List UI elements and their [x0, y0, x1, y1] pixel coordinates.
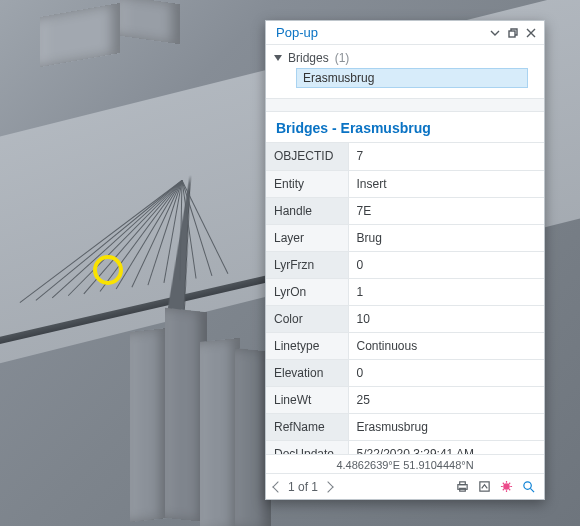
- popup-panel: Pop-up Bridges (1) Erasmusbrug Bridges -…: [265, 20, 545, 500]
- attribute-value: 10: [348, 305, 544, 332]
- building-distant: [40, 3, 120, 67]
- menu-dropdown-icon[interactable]: [488, 26, 502, 40]
- svg-rect-4: [479, 482, 488, 491]
- popup-title: Pop-up: [276, 25, 484, 40]
- attribute-name: DocUpdate: [266, 440, 348, 454]
- tree-feature-item[interactable]: Erasmusbrug: [296, 68, 528, 88]
- attribute-name: LineWt: [266, 386, 348, 413]
- pager: 1 of 1: [274, 480, 332, 494]
- tree-feature-label: Erasmusbrug: [303, 71, 374, 85]
- selection-marker-ring: [93, 255, 123, 285]
- attribute-name: Elevation: [266, 359, 348, 386]
- attribute-name: Layer: [266, 224, 348, 251]
- map-3d-scene[interactable]: Pop-up Bridges (1) Erasmusbrug Bridges -…: [0, 0, 580, 526]
- attribute-value: 25: [348, 386, 544, 413]
- popup-section-title: Bridges - Erasmusbrug: [266, 112, 544, 143]
- building-distant: [120, 0, 180, 44]
- table-row[interactable]: OBJECTID7: [266, 143, 544, 170]
- popup-titlebar[interactable]: Pop-up: [266, 21, 544, 45]
- attribute-name: RefName: [266, 413, 348, 440]
- divider: [266, 98, 544, 112]
- attribute-name: Color: [266, 305, 348, 332]
- attribute-name: Linetype: [266, 332, 348, 359]
- attribute-value: 7: [348, 143, 544, 170]
- flash-feature-icon[interactable]: [498, 479, 514, 495]
- tree-layer-row[interactable]: Bridges (1): [274, 51, 534, 65]
- pager-text: 1 of 1: [288, 480, 318, 494]
- building-foreground: [200, 338, 240, 526]
- attribute-value: 7E: [348, 197, 544, 224]
- attribute-value: 5/22/2020 3:29:41 AM: [348, 440, 544, 454]
- table-row[interactable]: RefNameErasmusbrug: [266, 413, 544, 440]
- attribute-value: Brug: [348, 224, 544, 251]
- attribute-name: Entity: [266, 170, 348, 197]
- svg-rect-2: [459, 482, 465, 485]
- attribute-value: Continuous: [348, 332, 544, 359]
- attribute-value: 0: [348, 359, 544, 386]
- table-row[interactable]: DocUpdate5/22/2020 3:29:41 AM: [266, 440, 544, 454]
- attribute-name: LyrOn: [266, 278, 348, 305]
- table-row[interactable]: LineWt25: [266, 386, 544, 413]
- attribute-value: 1: [348, 278, 544, 305]
- attribute-table: OBJECTID7EntityInsertHandle7ELayerBrugLy…: [266, 143, 544, 454]
- attribute-name: LyrFrzn: [266, 251, 348, 278]
- tree-layer-name: Bridges: [288, 51, 329, 65]
- table-row[interactable]: Color10: [266, 305, 544, 332]
- coordinate-readout: 4.4862639°E 51.9104448°N: [266, 454, 544, 473]
- table-row[interactable]: EntityInsert: [266, 170, 544, 197]
- table-row[interactable]: LyrFrzn0: [266, 251, 544, 278]
- print-icon[interactable]: [454, 479, 470, 495]
- table-row[interactable]: Handle7E: [266, 197, 544, 224]
- feature-tree: Bridges (1) Erasmusbrug: [266, 45, 544, 92]
- select-icon[interactable]: [476, 479, 492, 495]
- attribute-table-container[interactable]: OBJECTID7EntityInsertHandle7ELayerBrugLy…: [266, 143, 544, 454]
- table-row[interactable]: LayerBrug: [266, 224, 544, 251]
- table-row[interactable]: LyrOn1: [266, 278, 544, 305]
- attribute-name: Handle: [266, 197, 348, 224]
- pager-next-button[interactable]: [322, 481, 333, 492]
- tree-feature-count: (1): [335, 51, 350, 65]
- attribute-value: Insert: [348, 170, 544, 197]
- restore-window-icon[interactable]: [506, 26, 520, 40]
- pager-prev-button[interactable]: [272, 481, 283, 492]
- attribute-value: Erasmusbrug: [348, 413, 544, 440]
- attribute-name: OBJECTID: [266, 143, 348, 170]
- zoom-to-icon[interactable]: [520, 479, 536, 495]
- svg-rect-0: [509, 31, 515, 37]
- popup-footer: 1 of 1: [266, 473, 544, 499]
- svg-point-6: [523, 482, 530, 489]
- close-icon[interactable]: [524, 26, 538, 40]
- table-row[interactable]: Elevation0: [266, 359, 544, 386]
- table-row[interactable]: LinetypeContinuous: [266, 332, 544, 359]
- expand-collapse-icon[interactable]: [274, 55, 282, 61]
- building-foreground: [130, 328, 168, 522]
- attribute-value: 0: [348, 251, 544, 278]
- svg-point-5: [503, 483, 510, 490]
